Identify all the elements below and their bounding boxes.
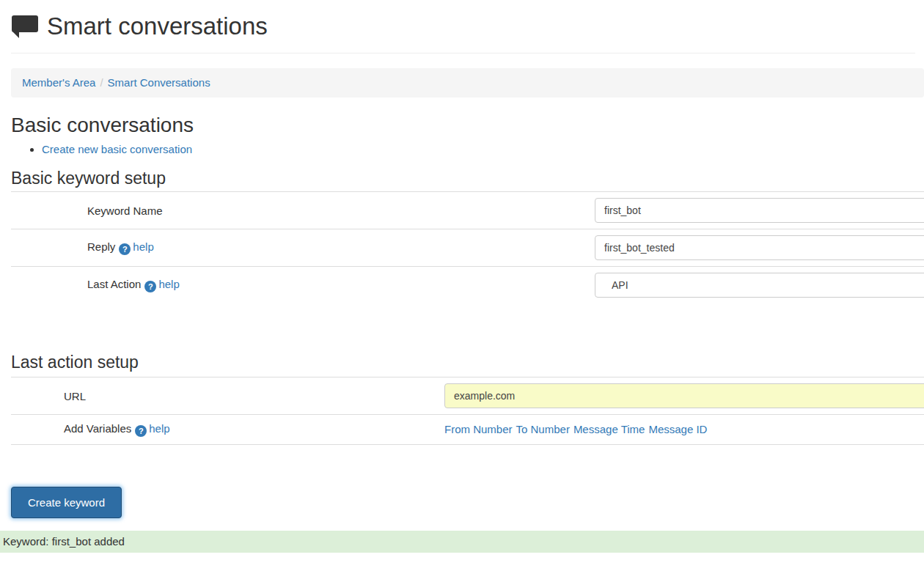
basic-conversations-links: Create new basic conversation [11, 142, 924, 157]
last-action-setup-table: URL Add Variables?help From NumberTo Num… [11, 377, 924, 445]
comment-icon [11, 14, 39, 39]
table-row: Last Action?help [11, 267, 924, 304]
add-variables-help-link[interactable]: help [149, 422, 169, 435]
keyword-name-input[interactable] [595, 198, 924, 223]
last-action-setup-heading: Last action setup [11, 353, 924, 372]
basic-keyword-setup-table: Keyword Name Reply?help Last Action?help [11, 191, 924, 303]
page-title-text: Smart conversations [47, 12, 268, 41]
breadcrumb-members-area[interactable]: Member's Area [22, 76, 95, 89]
variable-link-message-id[interactable]: Message ID [648, 423, 707, 435]
status-message: Keyword: first_bot added [0, 531, 924, 553]
breadcrumb-separator: / [95, 76, 107, 89]
add-variables-label: Add Variables [64, 422, 131, 435]
page-header: Smart conversations [11, 0, 915, 54]
reply-help-link[interactable]: help [133, 240, 153, 253]
basic-keyword-setup-heading: Basic keyword setup [11, 169, 924, 188]
url-label: URL [11, 377, 444, 415]
question-circle-icon: ? [135, 425, 147, 437]
variable-link-from-number[interactable]: From Number [444, 423, 513, 435]
list-item: Create new basic conversation [42, 142, 924, 157]
url-input[interactable] [444, 383, 924, 408]
table-row: Keyword Name [11, 192, 924, 229]
create-new-basic-conversation-link[interactable]: Create new basic conversation [42, 143, 192, 155]
question-circle-icon: ? [144, 281, 156, 292]
last-action-label: Last Action [87, 278, 141, 290]
breadcrumb-smart-conversations[interactable]: Smart Conversations [108, 76, 210, 89]
basic-conversations-heading: Basic conversations [11, 114, 924, 136]
breadcrumb: Member's Area/Smart Conversations [11, 68, 924, 97]
page-container: Smart conversations Member's Area/Smart … [0, 0, 924, 553]
last-action-select[interactable] [595, 273, 924, 298]
question-circle-icon: ? [119, 243, 131, 255]
table-row: URL [11, 377, 924, 415]
reply-label: Reply [87, 240, 115, 253]
variable-link-to-number[interactable]: To Number [516, 423, 570, 435]
table-row: Reply?help [11, 229, 924, 267]
variable-link-message-time[interactable]: Message Time [573, 423, 645, 435]
create-keyword-button[interactable]: Create keyword [11, 487, 122, 518]
last-action-help-link[interactable]: help [158, 278, 179, 290]
table-row: Add Variables?help From NumberTo NumberM… [11, 415, 924, 445]
reply-input[interactable] [595, 235, 924, 260]
keyword-name-label: Keyword Name [11, 192, 594, 229]
page-title: Smart conversations [11, 12, 915, 41]
variable-links: From NumberTo NumberMessage TimeMessage … [444, 422, 711, 436]
